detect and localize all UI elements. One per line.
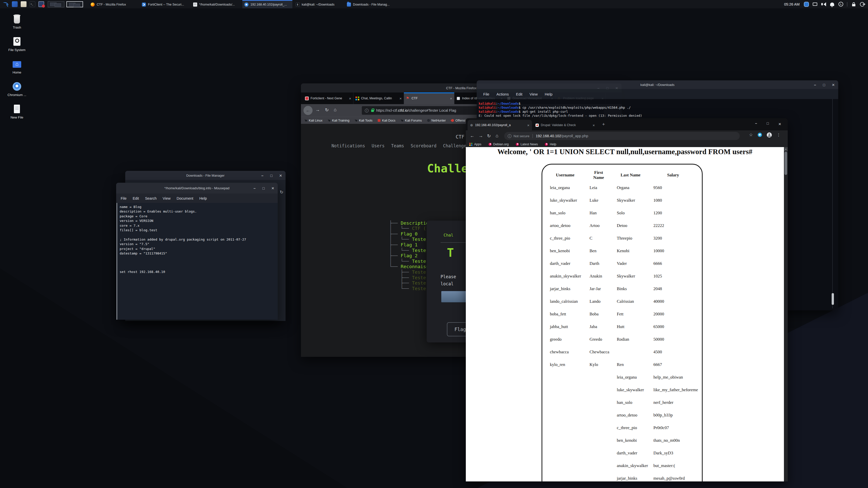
page-scrollbar-track[interactable]	[784, 147, 788, 482]
minimize-icon[interactable]	[755, 121, 757, 127]
challenge-label[interactable]: Flag 1	[401, 242, 417, 248]
lock-screen-icon[interactable]	[850, 1, 857, 7]
bookmark-item[interactable]: Kali Linux	[305, 119, 322, 122]
forward-button[interactable]	[478, 133, 483, 139]
tab-close-icon[interactable]	[349, 96, 351, 101]
browser-tab[interactable]: 192.168.40.102/payroll_a	[468, 120, 532, 131]
page-scrollbar-thumb[interactable]	[784, 152, 787, 175]
desktop-icon[interactable]: Chromium ...	[3, 82, 31, 97]
tab-close-icon[interactable]	[527, 123, 529, 127]
file-manager-titlebar[interactable]: Downloads - File Manager	[125, 171, 285, 180]
bookmark-item[interactable]: Kali Docs	[378, 119, 395, 122]
minimize-icon[interactable]	[814, 83, 816, 87]
desktop-icon[interactable]: Home	[3, 59, 31, 74]
taskbar-window-button[interactable]: CTF - Mozilla Firefox	[89, 0, 138, 8]
menu-item[interactable]: Help	[545, 92, 552, 96]
forticlient-tray-icon[interactable]	[803, 1, 810, 7]
taskbar-window-button[interactable]: Downloads - File Manag...	[345, 0, 395, 8]
menu-item[interactable]: Edit	[516, 92, 522, 96]
bookmark-item[interactable]: Kali Training	[328, 119, 349, 122]
taskbar-window-button[interactable]: kali@kali: ~/Downloads	[293, 0, 344, 8]
browser-tab[interactable]: Drupal: Validate & Check	[533, 120, 597, 131]
app-grid-icon[interactable]	[12, 1, 18, 7]
menu-item[interactable]: Document	[177, 196, 193, 200]
desktop-icon[interactable]: Trash	[3, 14, 31, 29]
menu-item[interactable]: File	[483, 92, 489, 96]
volume-icon[interactable]	[820, 1, 827, 7]
challenge-label[interactable]: Flag 2	[401, 253, 417, 258]
close-icon[interactable]	[832, 82, 835, 87]
terminal-titlebar[interactable]: kali@kali: ~/Downloads	[477, 80, 838, 89]
browser-tab[interactable]: Forticlient - Next Gene	[303, 92, 353, 104]
tab-close-icon[interactable]	[593, 123, 595, 127]
bookmark-item[interactable]: Debian.org	[489, 143, 509, 146]
maximize-icon[interactable]	[270, 174, 272, 177]
menu-item[interactable]: File	[121, 196, 126, 200]
taskbar-window-button[interactable]: FortiClient -- The Securi...	[140, 0, 190, 8]
back-button[interactable]	[470, 133, 474, 139]
display-icon[interactable]	[812, 1, 818, 7]
logout-icon[interactable]	[859, 1, 866, 7]
terminal-launcher-icon[interactable]	[30, 1, 35, 7]
browser-tab[interactable]: CTF	[404, 92, 455, 104]
bookmark-item[interactable]: Latest News	[516, 143, 538, 146]
tab-close-icon[interactable]	[450, 96, 452, 101]
reload-button[interactable]	[487, 133, 491, 139]
workspace-preview-current[interactable]	[66, 1, 83, 7]
taskbar-window-button[interactable]: */home/kali/Downloads/...	[191, 0, 241, 8]
reload-button[interactable]	[325, 107, 329, 113]
challenge-label[interactable]: Flag 0	[401, 231, 417, 236]
bookmark-star-icon[interactable]	[749, 132, 753, 138]
desktop-icon[interactable]: New File	[3, 104, 31, 119]
maximize-icon[interactable]	[823, 83, 825, 87]
bookmark-item[interactable]: Offensi	[451, 119, 465, 122]
forward-button[interactable]	[315, 107, 320, 112]
address-bar[interactable]: Not secure 192.168.40.102 /payroll_app.p…	[504, 132, 740, 140]
desktop-icon[interactable]: File System	[3, 37, 31, 52]
bookmark-item[interactable]: Kali Tools	[355, 119, 372, 122]
site-nav-link[interactable]: Teams	[391, 143, 404, 148]
challenge-tree-item[interactable]: ├──Description	[355, 215, 480, 220]
new-tab-icon[interactable]	[602, 121, 605, 127]
clock[interactable]: 05:26 AM	[784, 2, 800, 6]
maximize-icon[interactable]	[262, 186, 264, 190]
site-nav-link[interactable]: Users	[372, 143, 384, 148]
taskbar-window-button[interactable]: 192.168.40.102/payroll_...	[242, 0, 292, 8]
folder-launcher-icon[interactable]	[21, 1, 27, 7]
text-editor-area[interactable]: name = Blogdescription = Enables multi-u…	[116, 203, 278, 320]
menu-item[interactable]: Search	[145, 196, 157, 200]
bookmark-item[interactable]: NetHunter	[427, 119, 446, 122]
bookmark-item[interactable]: Help	[545, 143, 556, 146]
menu-item[interactable]: Help	[199, 196, 207, 200]
refresh-icon[interactable]	[280, 190, 283, 195]
bookmark-item[interactable]: Kali Forums	[401, 119, 422, 122]
site-nav-link[interactable]: Notifications	[332, 143, 365, 148]
notifications-bell-icon[interactable]	[829, 1, 835, 7]
scroll-up-icon[interactable]	[784, 147, 788, 151]
workspace-preview[interactable]	[48, 1, 64, 7]
profile-avatar-icon[interactable]	[767, 133, 772, 138]
minimize-icon[interactable]	[261, 174, 263, 177]
display-launcher-icon[interactable]	[38, 1, 44, 7]
site-nav-link[interactable]: Challenges	[443, 143, 469, 148]
kali-menu-icon[interactable]	[2, 1, 9, 7]
menu-item[interactable]: Edit	[132, 196, 139, 200]
close-icon[interactable]	[271, 186, 274, 191]
minimize-icon[interactable]	[253, 186, 255, 190]
modal-challenge-tab[interactable]: Chal	[443, 233, 454, 237]
tab-close-icon[interactable]	[399, 96, 402, 101]
menu-item[interactable]: Actions	[496, 92, 509, 96]
terminal-scrollbar-thumb[interactable]	[832, 293, 834, 305]
terminal-scrollbar-track[interactable]	[832, 99, 833, 308]
back-button[interactable]	[304, 106, 313, 115]
page-info-icon[interactable]	[508, 134, 512, 138]
home-button[interactable]	[496, 133, 498, 139]
site-brand[interactable]: CTF	[456, 134, 464, 140]
power-manager-icon[interactable]	[837, 1, 844, 7]
bookmark-item[interactable]: Apps	[469, 143, 482, 146]
browser-menu-icon[interactable]	[777, 133, 781, 137]
menu-item[interactable]: View	[163, 196, 170, 200]
mousepad-titlebar[interactable]: */home/kali/Downloads/blog.info - Mousep…	[116, 183, 278, 194]
site-nav-link[interactable]: Scoreboard	[410, 143, 436, 148]
browser-tab[interactable]: Chat, Meetings, Callin	[353, 92, 404, 104]
